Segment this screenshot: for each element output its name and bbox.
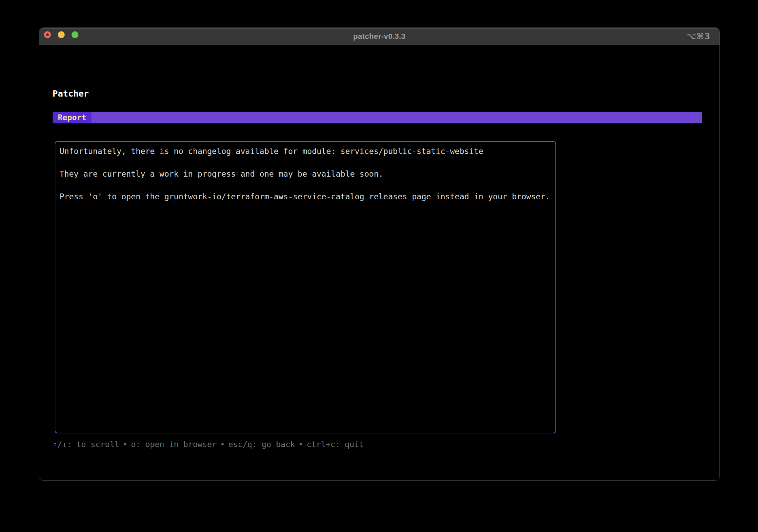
help-item-quit: ctrl+c: quit	[307, 440, 364, 449]
bullet-separator-icon: •	[123, 440, 128, 449]
zoom-button[interactable]	[72, 31, 78, 38]
help-item-scroll: ↑/↓: to scroll	[53, 440, 119, 449]
report-line: Unfortunately, there is no changelog ava…	[59, 146, 551, 157]
changelog-report-panel[interactable]: Unfortunately, there is no changelog ava…	[55, 141, 556, 433]
tab-bar: Report	[53, 112, 702, 123]
report-line: They are currently a work in progress an…	[59, 168, 551, 180]
app-window: patcher-v0.3.3 ⌥⌘3 Patcher Report Unfort…	[39, 27, 720, 481]
help-item-back: esc/q: go back	[228, 440, 295, 449]
minimize-button[interactable]	[58, 31, 65, 38]
bullet-separator-icon: •	[299, 440, 303, 449]
edited-dot-icon	[46, 33, 49, 36]
window-shortcut-badge: ⌥⌘3	[686, 32, 711, 41]
window-title: patcher-v0.3.3	[353, 32, 405, 41]
tab-report-label: Report	[58, 113, 86, 122]
help-bar: ↑/↓: to scroll•o: open in browser•esc/q:…	[53, 439, 364, 450]
traffic-lights	[44, 31, 78, 38]
page-title: Patcher	[53, 89, 89, 99]
report-line: Press 'o' to open the gruntwork-io/terra…	[59, 191, 551, 202]
close-button[interactable]	[44, 31, 51, 38]
help-item-open: o: open in browser	[131, 440, 217, 449]
tab-report[interactable]: Report	[53, 112, 91, 123]
terminal-content: Patcher Report Unfortunately, there is n…	[39, 45, 719, 481]
bullet-separator-icon: •	[220, 440, 225, 449]
titlebar[interactable]: patcher-v0.3.3 ⌥⌘3	[39, 28, 719, 45]
